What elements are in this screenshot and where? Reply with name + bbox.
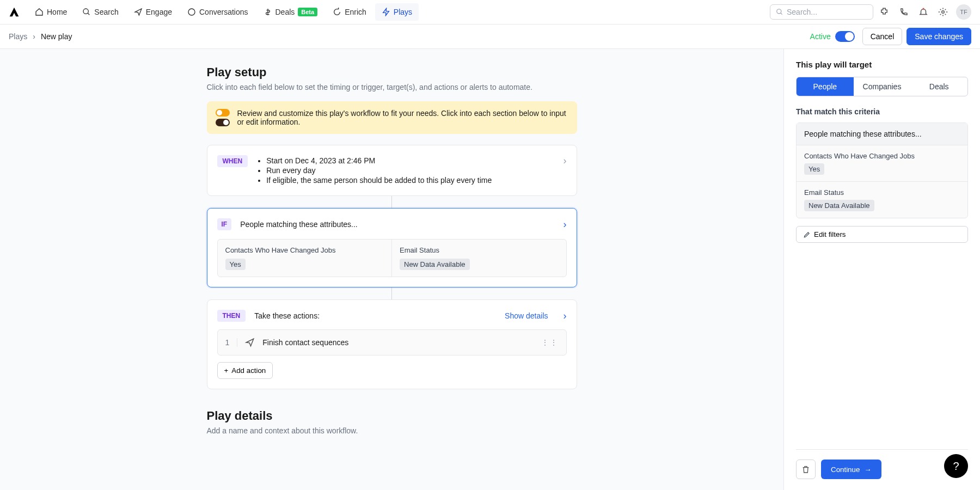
svg-point-0	[83, 9, 88, 14]
home-icon	[35, 8, 44, 16]
right-panel: This play will target People Companies D…	[784, 49, 980, 490]
target-title: This play will target	[796, 60, 968, 69]
nav-deals[interactable]: Deals Beta	[257, 3, 324, 21]
nav-home[interactable]: Home	[28, 3, 74, 21]
top-nav: Home Search Engage Conversations Deals B…	[0, 0, 980, 24]
nav-label: Search	[94, 8, 118, 16]
connector-line	[391, 196, 392, 208]
connector-line	[391, 287, 392, 299]
gear-icon[interactable]	[934, 3, 952, 21]
dollar-icon	[264, 8, 272, 16]
trash-icon	[801, 465, 810, 474]
active-toggle[interactable]	[835, 31, 855, 42]
if-card[interactable]: IF People matching these attributes... ›…	[207, 208, 577, 287]
filter-value: Yes	[804, 163, 824, 175]
nav-label: Deals	[275, 8, 295, 16]
setup-title: Play setup	[207, 65, 577, 79]
search-icon	[82, 8, 91, 16]
cancel-button[interactable]: Cancel	[862, 28, 903, 45]
segment-companies[interactable]: Companies	[854, 77, 911, 96]
when-line: Run every day	[266, 166, 554, 175]
beta-badge: Beta	[298, 8, 317, 16]
drag-handle-icon[interactable]: ⋮⋮	[541, 338, 559, 347]
bolt-icon	[382, 8, 390, 16]
search-placeholder: Search...	[787, 8, 817, 16]
svg-point-4	[942, 11, 945, 14]
segment-people[interactable]: People	[797, 77, 854, 96]
nav-label: Enrich	[345, 8, 366, 16]
svg-point-2	[777, 9, 781, 14]
panel-footer: Continue →	[796, 449, 968, 479]
delete-button[interactable]	[796, 460, 816, 479]
filter-row: Contacts Who Have Changed Jobs Yes	[797, 145, 967, 182]
nav-enrich[interactable]: Enrich	[326, 3, 373, 21]
banner-toggles-icon	[216, 109, 230, 126]
user-avatar[interactable]: TF	[956, 4, 971, 20]
global-search[interactable]: Search...	[770, 4, 873, 20]
app-logo[interactable]	[9, 7, 20, 17]
search-icon	[776, 8, 783, 16]
breadcrumb-current: New play	[41, 32, 72, 41]
breadcrumb-root[interactable]: Plays	[9, 32, 27, 41]
segment-deals[interactable]: Deals	[910, 77, 967, 96]
nav-search[interactable]: Search	[76, 3, 125, 21]
filter-label: Contacts Who Have Changed Jobs	[804, 152, 960, 160]
action-label: Finish contact sequences	[262, 338, 348, 347]
chevron-right-icon: ›	[564, 310, 567, 322]
nav-plays[interactable]: Plays	[375, 3, 419, 21]
add-action-button[interactable]: + Add action	[217, 362, 273, 379]
filter-value: New Data Available	[804, 200, 874, 211]
save-button[interactable]: Save changes	[906, 28, 971, 45]
criteria-cell: Contacts Who Have Changed Jobs Yes	[218, 240, 393, 277]
action-number: 1	[225, 338, 238, 347]
help-fab[interactable]: ?	[944, 454, 968, 478]
when-tag: WHEN	[217, 155, 248, 167]
details-subtitle: Add a name and context about this workfl…	[207, 426, 577, 435]
breadcrumb: Plays › New play	[9, 32, 72, 41]
nav-label: Plays	[394, 8, 412, 16]
criteria-title: That match this criteria	[796, 107, 968, 116]
continue-button[interactable]: Continue →	[821, 460, 881, 479]
nav-label: Engage	[146, 8, 172, 16]
when-line: Start on Dec 4, 2023 at 2:46 PM	[266, 156, 554, 165]
filter-label: Email Status	[804, 188, 960, 197]
nav-engage[interactable]: Engage	[127, 3, 179, 21]
extension-icon[interactable]	[875, 3, 893, 21]
chevron-right-icon: ›	[564, 155, 567, 167]
action-row[interactable]: 1 Finish contact sequences ⋮⋮	[217, 329, 567, 356]
target-segment: People Companies Deals	[796, 77, 968, 96]
plus-icon: +	[224, 366, 229, 375]
svg-point-1	[188, 9, 195, 15]
phone-icon[interactable]	[895, 3, 912, 21]
show-details-link[interactable]: Show details	[505, 311, 548, 320]
bell-icon[interactable]	[915, 3, 932, 21]
criteria-grid: Contacts Who Have Changed Jobs Yes Email…	[217, 239, 567, 277]
criteria-label: Contacts Who Have Changed Jobs	[225, 246, 384, 254]
pencil-icon	[803, 231, 811, 238]
setup-subtitle: Click into each field below to set the t…	[207, 83, 577, 91]
info-banner: Review and customize this play's workflo…	[207, 101, 577, 134]
if-tag: IF	[217, 218, 232, 230]
criteria-cell: Email Status New Data Available	[392, 240, 566, 277]
then-card[interactable]: THEN Take these actions: Show details › …	[207, 299, 577, 389]
chat-icon	[187, 8, 196, 16]
nav-conversations[interactable]: Conversations	[181, 3, 255, 21]
svg-point-3	[923, 8, 924, 10]
refresh-icon	[333, 8, 341, 16]
criteria-label: Email Status	[400, 246, 559, 254]
subheader: Plays › New play Active Cancel Save chan…	[0, 24, 980, 49]
filter-head: People matching these attributes...	[797, 123, 967, 145]
when-card[interactable]: WHEN Start on Dec 4, 2023 at 2:46 PM Run…	[207, 145, 577, 196]
chevron-right-icon: ›	[33, 32, 35, 41]
then-headline: Take these actions:	[254, 311, 496, 320]
banner-text: Review and customize this play's workflo…	[237, 109, 568, 126]
active-label: Active	[810, 32, 831, 41]
nav-label: Conversations	[199, 8, 248, 16]
if-headline: People matching these attributes...	[240, 220, 554, 229]
edit-filters-button[interactable]: Edit filters	[796, 226, 968, 243]
send-icon	[134, 8, 143, 16]
chevron-right-icon: ›	[564, 219, 567, 230]
criteria-value: Yes	[225, 259, 246, 270]
question-icon: ?	[953, 460, 959, 473]
arrow-right-icon: →	[864, 465, 871, 474]
